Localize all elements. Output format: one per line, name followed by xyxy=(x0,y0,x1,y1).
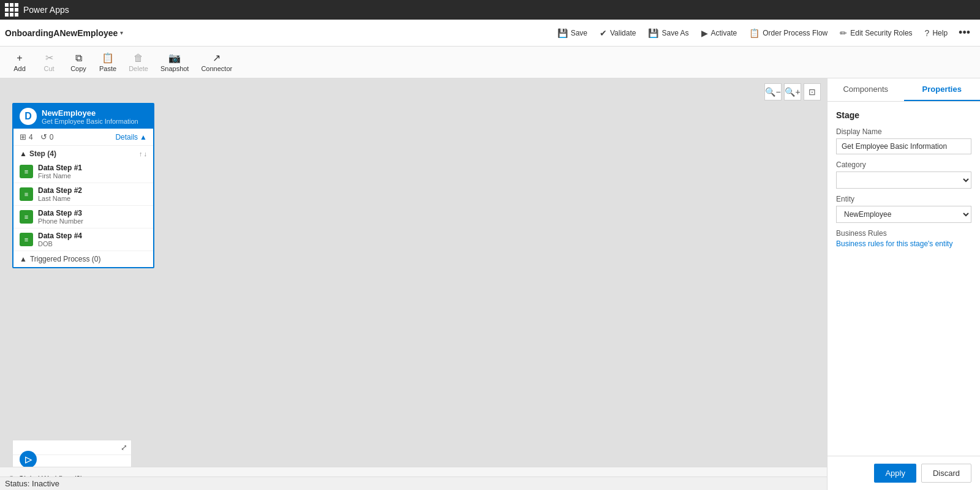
save-as-label: Save As xyxy=(662,29,688,37)
command-actions: 💾 Save ✔ Validate 💾 Save As ▶ Activate 📋… xyxy=(551,20,975,47)
order-icon: 📋 xyxy=(749,28,760,38)
more-button[interactable]: ••• xyxy=(954,20,975,47)
save-button[interactable]: 💾 Save xyxy=(551,20,594,47)
snapshot-icon: 📷 xyxy=(168,52,181,64)
display-name-input[interactable] xyxy=(836,138,971,154)
step-icon-4: ≡ xyxy=(20,233,33,246)
toolbar: + Add ✂ Cut ⧉ Copy 📋 Paste 🗑 Delete 📷 Sn… xyxy=(0,47,980,78)
apply-button[interactable]: Apply xyxy=(874,464,916,483)
connector-icon: ↗ xyxy=(213,52,221,64)
connector-button[interactable]: ↗ Connector xyxy=(196,49,237,76)
main-area: 🔍− 🔍+ ⊡ D NewEmployee Get Employee Basic… xyxy=(0,78,980,490)
status-bar: Status: Inactive xyxy=(0,477,827,490)
save-label: Save xyxy=(571,29,587,37)
save-as-button[interactable]: 💾 Save As xyxy=(642,20,695,47)
stage-meta: ⊞ 4 ↺ 0 Details ▲ xyxy=(13,129,153,146)
step-section-header: ▲ Step (4) ↑ ↓ xyxy=(13,146,153,160)
mini-icon-label: ▷ xyxy=(25,454,32,464)
panel-section-title: Stage xyxy=(836,110,971,120)
step-name-2: Data Step #2 xyxy=(38,186,147,195)
activate-icon: ▶ xyxy=(701,28,708,38)
list-item[interactable]: ≡ Data Step #1 First Name xyxy=(13,160,153,183)
cut-icon: ✂ xyxy=(45,52,53,64)
delete-button[interactable]: 🗑 Delete xyxy=(124,49,153,76)
copy-label: Copy xyxy=(70,65,86,72)
activate-button[interactable]: ▶ Activate xyxy=(695,20,744,47)
more-icon: ••• xyxy=(959,26,970,39)
status-text: Status: Inactive xyxy=(5,479,59,488)
copy-icon: ⧉ xyxy=(75,53,82,64)
display-name-label: Display Name xyxy=(836,127,971,136)
step-icon-1: ≡ xyxy=(20,165,33,178)
help-icon: ? xyxy=(925,28,930,38)
paste-icon: 📋 xyxy=(102,52,114,64)
save-as-icon: 💾 xyxy=(648,28,658,38)
stage-card[interactable]: D NewEmployee Get Employee Basic Informa… xyxy=(12,103,154,268)
stage-title-group: NewEmployee Get Employee Basic Informati… xyxy=(42,108,147,125)
validate-label: Validate xyxy=(610,29,636,37)
category-select[interactable] xyxy=(836,172,971,189)
canvas[interactable]: 🔍− 🔍+ ⊡ D NewEmployee Get Employee Basic… xyxy=(0,78,827,490)
top-bar: Power Apps xyxy=(0,0,980,20)
discard-button[interactable]: Discard xyxy=(921,464,971,483)
panel-tabs: Components Properties xyxy=(827,78,980,102)
order-process-flow-button[interactable]: 📋 Order Process Flow xyxy=(743,20,834,47)
details-label: Details xyxy=(115,133,138,141)
entity-label: Entity xyxy=(836,195,971,203)
step-section-title: Step (4) xyxy=(29,149,56,158)
step-text-2: Data Step #2 Last Name xyxy=(38,186,147,202)
steps-icon: ⊞ xyxy=(20,132,26,141)
snapshot-button[interactable]: 📷 Snapshot xyxy=(156,49,194,76)
add-button[interactable]: + Add xyxy=(6,49,33,76)
cut-button[interactable]: ✂ Cut xyxy=(36,49,62,76)
step-sub-2: Last Name xyxy=(38,195,147,202)
add-icon: + xyxy=(17,53,22,64)
paste-button[interactable]: 📋 Paste xyxy=(94,49,121,76)
business-rules-label: Business Rules xyxy=(836,229,971,238)
help-label: Help xyxy=(932,29,948,37)
tab-properties[interactable]: Properties xyxy=(904,78,981,101)
collapse-icon: ▲ xyxy=(20,149,27,158)
validate-button[interactable]: ✔ Validate xyxy=(594,20,642,47)
list-item[interactable]: ≡ Data Step #4 DOB xyxy=(13,228,153,251)
step-sub-4: DOB xyxy=(38,240,147,247)
apps-icon[interactable] xyxy=(5,3,18,17)
zoom-out-icon: 🔍− xyxy=(765,87,780,97)
entity-select[interactable]: NewEmployee xyxy=(836,206,971,223)
list-item[interactable]: ≡ Data Step #2 Last Name xyxy=(13,183,153,206)
sort-buttons: ↑ ↓ xyxy=(139,150,147,157)
cut-label: Cut xyxy=(43,65,54,72)
details-button[interactable]: Details ▲ xyxy=(115,133,147,141)
step-text-1: Data Step #1 First Name xyxy=(38,164,147,179)
business-rules-link[interactable]: Business rules for this stage's entity xyxy=(836,239,952,248)
canvas-toolbar: 🔍− 🔍+ ⊡ xyxy=(764,83,821,100)
branch-icon: ↺ xyxy=(40,132,47,141)
tab-components[interactable]: Components xyxy=(827,78,904,101)
triggered-label: Triggered Process (0) xyxy=(30,255,101,263)
branch-count: 0 xyxy=(50,133,54,141)
sort-down-button[interactable]: ↓ xyxy=(144,150,148,157)
step-text-3: Data Step #3 Phone Number xyxy=(38,209,147,225)
zoom-in-button[interactable]: 🔍+ xyxy=(784,83,801,100)
list-item[interactable]: ≡ Data Step #3 Phone Number xyxy=(13,206,153,228)
chevron-down-icon[interactable]: ▾ xyxy=(120,29,123,36)
security-label: Edit Security Roles xyxy=(850,29,912,37)
mini-stage-icon: ▷ xyxy=(20,451,37,468)
mini-expand-icon[interactable]: ⤢ xyxy=(121,443,127,452)
activate-label: Activate xyxy=(711,29,737,37)
branch-count-item: ↺ 0 xyxy=(40,132,54,141)
copy-button[interactable]: ⧉ Copy xyxy=(65,49,92,76)
delete-label: Delete xyxy=(129,65,148,72)
fit-button[interactable]: ⊡ xyxy=(804,83,821,100)
help-button[interactable]: ? Help xyxy=(919,20,954,47)
order-label: Order Process Flow xyxy=(763,29,827,37)
zoom-out-button[interactable]: 🔍− xyxy=(764,83,782,100)
flow-name[interactable]: OnboardingANewEmployee xyxy=(5,28,118,38)
edit-security-roles-button[interactable]: ✏ Edit Security Roles xyxy=(834,20,918,47)
connector-label: Connector xyxy=(201,65,232,72)
triggered-section: ▲ Triggered Process (0) xyxy=(13,251,153,267)
sort-up-button[interactable]: ↑ xyxy=(139,150,143,157)
security-icon: ✏ xyxy=(840,28,847,38)
stage-subtitle: Get Employee Basic Information xyxy=(42,118,147,125)
step-sub-1: First Name xyxy=(38,172,147,179)
